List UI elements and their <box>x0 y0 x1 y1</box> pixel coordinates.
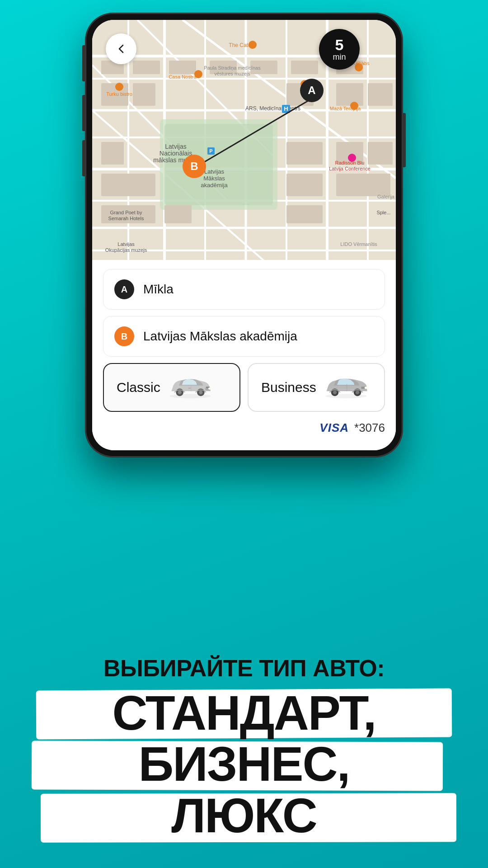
svg-rect-35 <box>286 142 323 165</box>
map-area: Latvijas Nacionālais mākslas muzejs Latv… <box>92 20 396 269</box>
svg-text:Paula Stradiņa medicīnas: Paula Stradiņa medicīnas <box>204 65 261 71</box>
svg-point-71 <box>194 70 202 78</box>
promo-line2: БИЗНЕС, <box>27 738 461 789</box>
svg-rect-24 <box>169 61 196 74</box>
svg-rect-38 <box>101 174 155 196</box>
phone-frame: Latvijas Nacionālais mākslas muzejs Latv… <box>86 14 402 457</box>
svg-text:Sple...: Sple... <box>376 210 390 215</box>
svg-text:Turku bistro: Turku bistro <box>106 91 132 97</box>
svg-rect-39 <box>286 174 323 196</box>
marker-b-letter: B <box>190 160 198 173</box>
marker-b: B <box>183 155 206 178</box>
svg-rect-32 <box>336 83 363 106</box>
svg-rect-30 <box>133 83 155 106</box>
svg-point-87 <box>199 391 202 394</box>
svg-text:LIDO Vērmanītis: LIDO Vērmanītis <box>340 241 377 247</box>
svg-rect-40 <box>336 174 390 196</box>
svg-point-85 <box>178 391 181 394</box>
location-a-text: Mīkla <box>143 282 174 297</box>
location-row-b[interactable]: B Latvijas Mākslas akadēmija <box>103 316 385 357</box>
svg-text:Nacionālais: Nacionālais <box>160 150 192 157</box>
svg-point-83 <box>208 387 211 390</box>
svg-rect-33 <box>368 83 393 106</box>
svg-rect-89 <box>188 388 191 389</box>
svg-text:Mākslas: Mākslas <box>203 175 225 182</box>
bottom-panel: A Mīkla B Latvijas Mākslas akadēmija Cla… <box>92 260 396 450</box>
loc-a-letter: A <box>121 284 127 295</box>
business-car-icon <box>324 374 369 401</box>
svg-rect-34 <box>101 142 124 165</box>
eta-unit: min <box>333 52 346 62</box>
svg-text:vēstures muzejs: vēstures muzejs <box>214 71 250 76</box>
svg-rect-37 <box>368 142 393 165</box>
svg-point-90 <box>325 394 367 398</box>
car-classic-label: Classic <box>117 380 160 395</box>
svg-text:akadēmija: akadēmija <box>201 182 228 189</box>
phone-wrapper: Latvijas Nacionālais mākslas muzejs Latv… <box>86 14 402 457</box>
car-type-cards: Classic <box>103 363 385 412</box>
location-badge-b: B <box>114 326 134 346</box>
eta-badge: 5 min <box>319 29 360 70</box>
loc-b-letter: B <box>121 331 127 342</box>
svg-point-77 <box>348 154 356 162</box>
payment-row[interactable]: VISA *3076 <box>103 419 385 437</box>
svg-point-95 <box>333 391 337 394</box>
classic-car-icon <box>168 374 213 401</box>
svg-rect-43 <box>286 205 323 223</box>
promo-subtitle: ВЫБИРАЙТЕ ТИП АВТО: <box>103 655 385 681</box>
svg-text:Grand Poet by: Grand Poet by <box>110 210 142 215</box>
svg-point-97 <box>356 391 359 394</box>
svg-text:Casa Nostra: Casa Nostra <box>169 74 197 80</box>
marker-a-letter: A <box>308 84 315 97</box>
promo-text-section: ВЫБИРАЙТЕ ТИП АВТО: СТАНДАРТ, БИЗНЕС, ЛЮ… <box>0 655 488 841</box>
visa-label: VISA <box>319 421 349 435</box>
svg-text:H: H <box>284 105 288 112</box>
svg-point-75 <box>355 63 363 71</box>
svg-rect-27 <box>291 61 318 74</box>
location-badge-a: A <box>114 279 134 299</box>
promo-line3: ЛЮКС <box>27 790 461 841</box>
svg-point-93 <box>365 387 368 389</box>
phone-screen: Latvijas Nacionālais mākslas muzejs Latv… <box>92 20 396 450</box>
car-card-classic[interactable]: Classic <box>103 363 240 412</box>
svg-rect-42 <box>164 205 192 223</box>
promo-line1: СТАНДАРТ, <box>27 687 461 738</box>
car-business-label: Business <box>261 380 316 395</box>
svg-text:Galerija: Galerija <box>377 194 395 199</box>
svg-text:Latvija Conference: Latvija Conference <box>329 166 371 171</box>
svg-point-72 <box>115 83 123 91</box>
location-row-a[interactable]: A Mīkla <box>103 269 385 310</box>
svg-text:P: P <box>209 148 212 154</box>
svg-text:Latvijas: Latvijas <box>204 168 225 175</box>
svg-point-74 <box>350 102 358 110</box>
svg-rect-23 <box>133 61 160 74</box>
eta-number: 5 <box>335 37 344 52</box>
svg-rect-21 <box>164 124 273 205</box>
back-button[interactable] <box>106 33 136 64</box>
car-card-business[interactable]: Business <box>248 363 385 412</box>
svg-point-73 <box>249 41 257 49</box>
svg-text:ARS, Medicīnas centrs: ARS, Medicīnas centrs <box>245 105 300 112</box>
svg-point-80 <box>169 394 211 398</box>
location-b-text: Latvijas Mākslas akadēmija <box>143 329 297 344</box>
marker-a: A <box>300 79 324 102</box>
svg-text:Semarah Hotels: Semarah Hotels <box>108 216 144 221</box>
svg-text:Latvijas: Latvijas <box>117 241 135 247</box>
svg-text:Latvijas: Latvijas <box>165 143 186 150</box>
card-last4: *3076 <box>354 421 385 435</box>
svg-text:Okupācijas muzejs: Okupācijas muzejs <box>105 247 147 253</box>
